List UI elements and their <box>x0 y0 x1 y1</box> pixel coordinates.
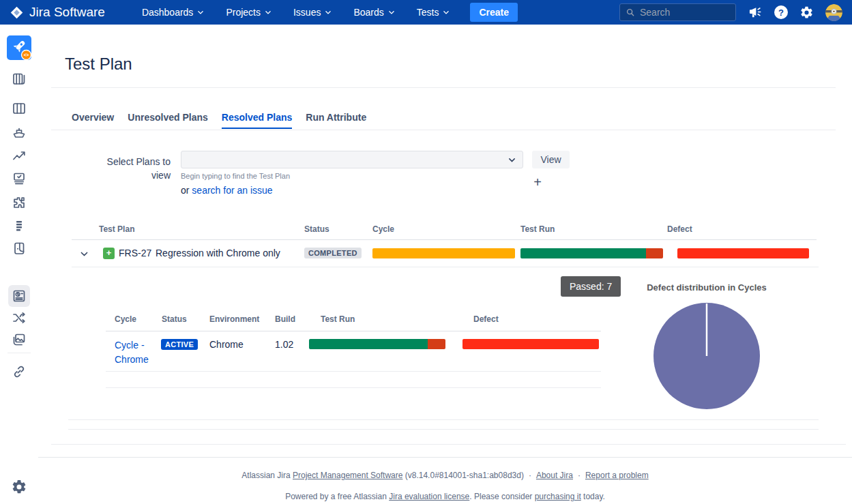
add-plan-button[interactable]: + <box>531 175 544 190</box>
collapse-row-chevron[interactable] <box>80 250 89 258</box>
jira-app: Jira Software Dashboards Projects Issues… <box>0 0 852 504</box>
tab-divider <box>51 130 836 130</box>
brand-label: Jira Software <box>29 5 105 20</box>
search-for-issue-link[interactable]: search for an issue <box>192 185 272 196</box>
defect-progress-bar[interactable] <box>677 248 809 258</box>
releases-ship-icon[interactable] <box>11 124 27 140</box>
passed-tooltip: Passed: 7 <box>561 276 621 297</box>
user-avatar[interactable] <box>825 4 842 21</box>
search-icon <box>626 8 635 17</box>
pages-door-icon[interactable] <box>11 240 27 256</box>
col-cycle: Cycle <box>115 314 136 324</box>
page-title: Test Plan <box>65 55 132 74</box>
chevron-down-icon <box>508 155 516 164</box>
footer-line-2: Powered by a free Atlassian Jira evaluat… <box>38 492 852 501</box>
test-run-progress-bar[interactable] <box>520 248 663 258</box>
main-menu: Dashboards Projects Issues Boards Tests <box>131 0 461 25</box>
pms-link[interactable]: Project Management Software <box>293 471 402 480</box>
menu-label: Issues <box>293 7 321 18</box>
menu-boards[interactable]: Boards <box>342 0 405 25</box>
sidebar-divider <box>8 353 31 353</box>
footer-separator: · <box>578 471 581 480</box>
reports-chart-icon[interactable] <box>11 147 27 164</box>
footer-text: . Please consider <box>469 492 534 501</box>
chevron-down-icon <box>388 9 395 16</box>
search-input[interactable] <box>640 7 730 18</box>
top-navbar: Jira Software Dashboards Projects Issues… <box>0 0 852 25</box>
build-value: 1.02 <box>275 339 293 350</box>
test-plan-select[interactable] <box>181 151 523 168</box>
project-sidebar: <> <box>0 25 38 504</box>
menu-dashboards[interactable]: Dashboards <box>131 0 216 25</box>
footer-text: today. <box>581 492 605 501</box>
menu-label: Boards <box>353 7 383 18</box>
col-cycle: Cycle <box>372 224 394 234</box>
jira-logo-icon <box>10 5 24 20</box>
structure-list-icon[interactable] <box>11 218 27 234</box>
purchase-link[interactable]: purchasing it <box>535 492 581 501</box>
col-build: Build <box>275 314 295 324</box>
test-sessions-icon[interactable] <box>11 171 27 187</box>
section-bottom-divider <box>51 444 846 445</box>
license-link[interactable]: Jira evaluation license <box>389 492 469 501</box>
issue-key-link[interactable]: FRS-27 <box>119 248 151 258</box>
tab-resolved-plans[interactable]: Resolved Plans <box>222 112 293 129</box>
svg-text:<>: <> <box>24 53 29 57</box>
select-plans-label: Select Plans to view <box>96 155 171 182</box>
tab-overview[interactable]: Overview <box>72 112 114 129</box>
menu-label: Tests <box>417 7 439 18</box>
jira-brand[interactable]: Jira Software <box>0 5 115 20</box>
chevron-down-icon <box>265 9 271 16</box>
shuffle-icon[interactable] <box>11 310 27 326</box>
megaphone-icon[interactable] <box>748 5 763 20</box>
inner-header-divider <box>106 331 601 331</box>
cycle-defect-bar[interactable] <box>462 339 599 349</box>
environment-value: Chrome <box>209 339 244 350</box>
project-avatar[interactable]: <> <box>7 35 31 60</box>
view-button[interactable]: View <box>532 151 570 168</box>
tab-run-attribute[interactable]: Run Attribute <box>306 112 366 129</box>
cycle-progress-bar[interactable] <box>372 248 515 258</box>
page-footer: Atlassian Jira Project Management Softwa… <box>38 457 852 501</box>
chevron-down-icon <box>443 9 450 16</box>
media-images-icon[interactable] <box>11 331 27 348</box>
col-test-run: Test Run <box>321 314 355 324</box>
stacked-boards-icon[interactable] <box>11 70 27 87</box>
or-text: or <box>181 185 192 196</box>
create-button[interactable]: Create <box>470 3 518 22</box>
gear-icon[interactable] <box>799 5 814 20</box>
title-divider <box>51 87 836 88</box>
version-text: (v8.14.0#814001-sha1:ab08d3d) <box>402 471 523 480</box>
help-icon[interactable]: ? <box>774 5 788 19</box>
or-search-line: or search for an issue <box>181 185 273 196</box>
footer-separator: · <box>529 471 531 480</box>
defect-distribution-pie <box>653 302 761 410</box>
report-problem-link[interactable]: Report a problem <box>585 471 649 480</box>
panel-bottom-divider <box>68 429 819 430</box>
menu-issues[interactable]: Issues <box>282 0 342 25</box>
col-environment: Environment <box>209 314 259 324</box>
chevron-down-icon <box>325 9 332 16</box>
board-columns-icon[interactable] <box>11 100 27 117</box>
cycle-link[interactable]: Cycle - Chrome <box>115 338 158 367</box>
inner-row-divider <box>106 371 601 372</box>
navbar-right: ? <box>619 3 852 21</box>
panel-bottom-divider <box>68 419 819 420</box>
col-defect: Defect <box>667 224 692 234</box>
menu-label: Dashboards <box>142 7 194 18</box>
test-plan-type-icon: + <box>103 248 115 259</box>
cycle-test-run-bar[interactable] <box>309 339 445 349</box>
col-status: Status <box>304 224 329 234</box>
addons-puzzle-icon[interactable] <box>11 194 27 211</box>
menu-projects[interactable]: Projects <box>215 0 282 25</box>
chevron-down-icon <box>197 9 204 16</box>
test-report-card-icon[interactable] <box>8 285 30 307</box>
about-jira-link[interactable]: About Jira <box>536 471 573 480</box>
menu-tests[interactable]: Tests <box>406 0 461 25</box>
status-badge: COMPLETED <box>304 248 362 258</box>
global-search[interactable] <box>619 3 736 21</box>
col-test-run: Test Run <box>520 224 555 234</box>
tab-unresolved-plans[interactable]: Unresolved Plans <box>128 112 208 129</box>
settings-gear-icon[interactable] <box>11 479 27 495</box>
link-icon[interactable] <box>11 364 27 380</box>
